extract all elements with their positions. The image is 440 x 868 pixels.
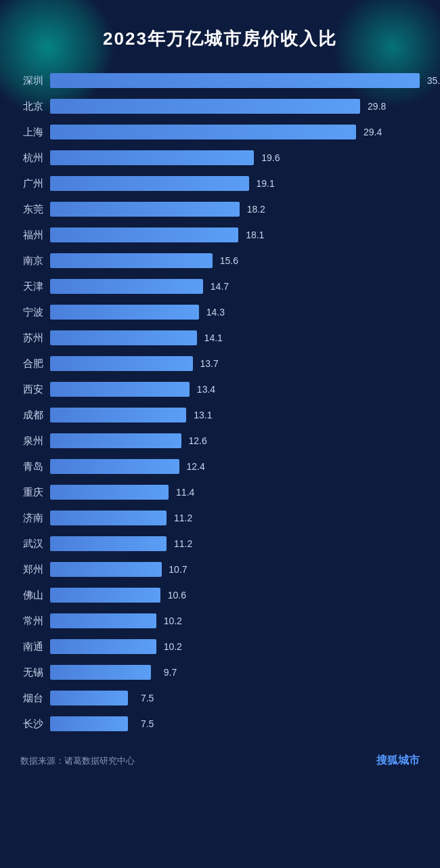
bar-row: 佛山10.6 [20, 586, 420, 605]
bar-wrap: 11.2 [50, 536, 420, 551]
bar-value: 13.1 [194, 410, 212, 420]
bar-row: 宁波14.3 [20, 303, 420, 322]
bar-wrap: 7.5 [50, 716, 420, 731]
bar-value: 13.4 [197, 384, 215, 395]
bar-value: 11.2 [174, 538, 192, 549]
bar-row: 泉州12.6 [20, 431, 420, 450]
bar-wrap: 14.3 [50, 305, 420, 320]
bar-row: 青岛12.4 [20, 457, 420, 476]
bar-row: 西安13.4 [20, 380, 420, 399]
footer: 数据来源：诸葛数据研究中心 搜狐城市 [20, 740, 420, 775]
city-label: 苏州 [20, 332, 50, 345]
city-label: 济南 [20, 512, 50, 525]
city-label: 重庆 [20, 486, 50, 499]
bar: 18.2 [50, 202, 240, 217]
bar-wrap: 13.4 [50, 382, 420, 397]
bar-row: 上海29.4 [20, 123, 420, 142]
bar-wrap: 10.2 [50, 639, 420, 654]
city-label: 佛山 [20, 589, 50, 602]
bar-row: 天津14.7 [20, 277, 420, 296]
bar: 11.2 [50, 536, 167, 551]
city-label: 东莞 [20, 203, 50, 216]
bar-row: 长沙7.5 [20, 714, 420, 733]
bar: 15.6 [50, 253, 213, 268]
bar-value: 19.6 [261, 152, 280, 163]
bar-value: 29.8 [368, 101, 386, 112]
bar-row: 烟台7.5 [20, 689, 420, 708]
bar-wrap: 12.6 [50, 433, 420, 448]
bar-wrap: 11.4 [50, 485, 420, 500]
bar-wrap: 9.7 [50, 665, 420, 680]
city-label: 西安 [20, 383, 50, 396]
bar-row: 广州19.1 [20, 174, 420, 193]
bar-value: 18.1 [246, 230, 264, 240]
bar: 10.2 [50, 639, 156, 654]
bar: 12.4 [50, 459, 179, 474]
bar-row: 郑州10.7 [20, 560, 420, 579]
city-label: 常州 [20, 615, 50, 628]
city-label: 青岛 [20, 460, 50, 473]
bar-wrap: 10.6 [50, 588, 420, 603]
bar-wrap: 14.1 [50, 330, 420, 345]
city-label: 郑州 [20, 563, 50, 576]
city-label: 无锡 [20, 666, 50, 679]
city-label: 天津 [20, 280, 50, 293]
bar-value: 9.7 [164, 667, 177, 678]
city-label: 泉州 [20, 435, 50, 448]
bar: 10.6 [50, 588, 160, 603]
logo-text: 搜狐城市 [376, 754, 420, 766]
bar-wrap: 11.2 [50, 511, 420, 525]
bar-value: 11.2 [174, 513, 192, 523]
bar-value: 19.1 [257, 178, 275, 189]
data-source: 数据来源：诸葛数据研究中心 [20, 755, 135, 767]
bar-value: 35.5 [427, 75, 440, 86]
bar: 14.3 [50, 305, 199, 320]
bar-value: 29.4 [364, 127, 382, 137]
bar-row: 深圳35.5 [20, 71, 420, 90]
city-label: 烟台 [20, 692, 50, 705]
bar-value: 13.7 [200, 358, 218, 369]
bar-value: 15.6 [220, 255, 238, 266]
bar: 12.6 [50, 433, 181, 448]
bar: 19.6 [50, 150, 254, 165]
bar-row: 济南11.2 [20, 508, 420, 527]
bar-row: 武汉11.2 [20, 534, 420, 553]
bar-row: 南京15.6 [20, 251, 420, 270]
bar: 19.1 [50, 176, 249, 191]
bar: 13.7 [50, 356, 193, 371]
bar-row: 无锡9.7 [20, 663, 420, 682]
bar-wrap: 19.1 [50, 176, 420, 191]
bar-wrap: 19.6 [50, 150, 420, 165]
bar: 7.5 [50, 716, 128, 731]
bar-row: 合肥13.7 [20, 354, 420, 373]
bar: 11.2 [50, 511, 167, 525]
bar: 14.1 [50, 330, 197, 345]
bar-chart: 深圳35.5北京29.8上海29.4杭州19.6广州19.1东莞18.2福州18… [20, 71, 420, 733]
city-label: 南京 [20, 255, 50, 267]
bar-wrap: 10.7 [50, 562, 420, 577]
bar-value: 11.4 [176, 487, 194, 498]
bar-wrap: 13.7 [50, 356, 420, 371]
bar-wrap: 12.4 [50, 459, 420, 474]
city-label: 上海 [20, 126, 50, 139]
bar-wrap: 15.6 [50, 253, 420, 268]
bar-value: 10.6 [168, 590, 186, 601]
bar-value: 10.2 [164, 641, 182, 652]
bar-wrap: 13.1 [50, 408, 420, 422]
bar-row: 杭州19.6 [20, 148, 420, 167]
bar-row: 重庆11.4 [20, 483, 420, 502]
bar: 29.8 [50, 99, 360, 114]
city-label: 武汉 [20, 538, 50, 550]
city-label: 杭州 [20, 152, 50, 165]
city-label: 深圳 [20, 74, 50, 87]
bar-wrap: 10.2 [50, 613, 420, 628]
bar: 13.4 [50, 382, 190, 397]
bar-value: 14.1 [204, 332, 223, 343]
city-label: 合肥 [20, 357, 50, 370]
bar-value: 14.7 [211, 281, 229, 292]
bar-value: 18.2 [247, 204, 265, 215]
bar-row: 福州18.1 [20, 225, 420, 244]
bar-wrap: 29.4 [50, 125, 420, 139]
bar: 13.1 [50, 408, 186, 422]
page-title: 2023年万亿城市房价收入比 [20, 0, 420, 71]
